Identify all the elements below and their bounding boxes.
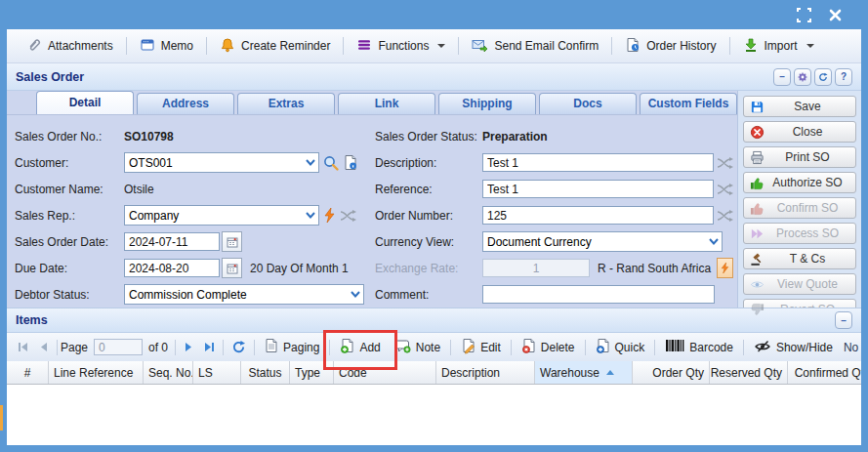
comment-input[interactable] bbox=[482, 285, 715, 304]
order-number-input[interactable] bbox=[482, 206, 714, 225]
chevron-down-icon[interactable] bbox=[347, 285, 363, 304]
chevron-down-icon bbox=[437, 44, 445, 48]
last-page-icon[interactable] bbox=[198, 342, 220, 352]
column-header-confirmed-qty[interactable]: Confirmed Qty bbox=[788, 361, 861, 384]
debtor-status-combo bbox=[124, 284, 364, 305]
barcode-button[interactable]: Barcode bbox=[658, 339, 740, 355]
tab-address[interactable]: Address bbox=[137, 93, 234, 114]
t-and-cs-button[interactable]: T & Cs bbox=[743, 248, 856, 269]
first-page-icon[interactable] bbox=[13, 342, 34, 352]
column-header-warehouse[interactable]: Warehouse bbox=[535, 361, 633, 384]
search-icon[interactable] bbox=[322, 154, 340, 172]
tab-bar: Detail Address Extras Link Shipping Docs… bbox=[7, 91, 737, 115]
import-button[interactable]: Import bbox=[733, 29, 824, 62]
chevron-down-icon[interactable] bbox=[302, 153, 318, 172]
customer-input[interactable] bbox=[125, 154, 302, 171]
lightning-icon[interactable] bbox=[322, 207, 337, 224]
authorize-so-button[interactable]: Authorize SO bbox=[743, 172, 856, 193]
toolbar-divider bbox=[450, 340, 451, 355]
edit-button[interactable]: Edit bbox=[454, 338, 508, 357]
edit-label: Edit bbox=[480, 341, 501, 354]
tab-extras[interactable]: Extras bbox=[237, 93, 335, 114]
close-icon[interactable] bbox=[826, 6, 844, 23]
column-header-seq-no[interactable]: Seq. No. bbox=[144, 361, 193, 384]
column-header-code[interactable]: Code bbox=[334, 361, 436, 384]
debtor-status-input[interactable] bbox=[125, 286, 347, 303]
note-button[interactable]: Note bbox=[388, 338, 447, 356]
panel-help-button[interactable]: ? bbox=[835, 68, 852, 86]
shuffle-icon[interactable] bbox=[717, 209, 733, 223]
memo-icon bbox=[140, 37, 155, 56]
currency-view-label: Currency View: bbox=[375, 235, 482, 249]
barcode-icon bbox=[665, 339, 684, 355]
paging-button[interactable]: Paging bbox=[258, 338, 326, 356]
memo-button[interactable]: Memo bbox=[130, 29, 203, 62]
order-history-button[interactable]: Order History bbox=[615, 29, 725, 62]
attachments-button[interactable]: Attachments bbox=[17, 29, 123, 62]
tab-custom-fields[interactable]: Custom Fields bbox=[640, 93, 737, 114]
items-table-body[interactable] bbox=[7, 385, 861, 445]
tab-link[interactable]: Link bbox=[338, 93, 435, 114]
items-minimize-button[interactable]: – bbox=[835, 311, 852, 329]
tab-shipping[interactable]: Shipping bbox=[438, 93, 536, 114]
page-input[interactable] bbox=[94, 339, 143, 355]
tab-detail[interactable]: Detail bbox=[36, 91, 134, 114]
shuffle-icon[interactable] bbox=[340, 209, 356, 223]
delete-button[interactable]: Delete bbox=[515, 338, 582, 357]
thumb-up-icon bbox=[749, 200, 765, 216]
maximize-icon[interactable] bbox=[795, 6, 812, 23]
customer-info-icon[interactable] bbox=[343, 154, 358, 171]
show-hide-button[interactable]: Show/Hide bbox=[747, 339, 840, 356]
save-icon bbox=[749, 99, 765, 114]
functions-button[interactable]: Functions bbox=[347, 29, 455, 62]
description-input[interactable] bbox=[482, 153, 714, 172]
sales-rep-input[interactable] bbox=[125, 207, 302, 224]
tab-docs[interactable]: Docs bbox=[539, 93, 637, 114]
close-button[interactable]: Close bbox=[743, 121, 856, 143]
save-button[interactable]: Save bbox=[743, 96, 856, 117]
printer-icon bbox=[749, 149, 765, 165]
calendar-icon[interactable] bbox=[222, 231, 242, 252]
process-so-label: Process SO bbox=[765, 226, 850, 240]
column-header-description[interactable]: Description bbox=[436, 361, 535, 384]
send-email-confirm-label: Send Email Confirm bbox=[494, 39, 599, 53]
column-header-status[interactable]: Status bbox=[241, 361, 290, 384]
sales-order-date-input[interactable] bbox=[124, 232, 220, 251]
sales-order-no-label: Sales Order No.: bbox=[15, 130, 124, 144]
column-header-type[interactable]: Type bbox=[290, 361, 334, 384]
order-history-icon bbox=[625, 37, 641, 56]
items-panel-header: Items – bbox=[7, 308, 861, 333]
shuffle-icon[interactable] bbox=[717, 183, 733, 196]
quick-label: Quick bbox=[615, 341, 645, 354]
reference-input[interactable] bbox=[482, 180, 714, 198]
window-titlebar bbox=[7, 0, 861, 29]
currency-view-input[interactable] bbox=[483, 233, 705, 250]
send-email-confirm-button[interactable]: Send Email Confirm bbox=[462, 29, 608, 62]
next-page-icon[interactable] bbox=[179, 342, 198, 352]
print-so-button[interactable]: Print SO bbox=[743, 146, 856, 168]
refresh-icon[interactable] bbox=[227, 340, 251, 354]
exchange-rate-label: Exchange Rate: bbox=[375, 262, 482, 275]
due-date-input[interactable] bbox=[124, 259, 220, 277]
order-number-label: Order Number: bbox=[375, 209, 482, 223]
column-header-number[interactable]: # bbox=[7, 361, 49, 384]
create-reminder-button[interactable]: Create Reminder bbox=[210, 29, 340, 62]
sales-order-status-value: Preparation bbox=[482, 130, 548, 144]
chevron-down-icon[interactable] bbox=[302, 206, 318, 225]
column-header-line-reference[interactable]: Line Reference bbox=[49, 361, 144, 384]
add-button[interactable]: Add bbox=[333, 338, 387, 357]
column-header-ls[interactable]: LS bbox=[193, 361, 241, 384]
prev-page-icon[interactable] bbox=[34, 342, 54, 352]
chevron-down-icon[interactable] bbox=[705, 232, 722, 251]
customer-name-value: Otsile bbox=[124, 183, 154, 196]
panel-refresh-button[interactable] bbox=[814, 68, 832, 86]
panel-settings-button[interactable] bbox=[794, 68, 811, 86]
background-peek bbox=[0, 405, 3, 431]
quick-button[interactable]: Quick bbox=[589, 338, 652, 357]
column-header-reserved-qty[interactable]: Reserved Qty bbox=[710, 361, 788, 384]
lightning-icon[interactable] bbox=[717, 258, 733, 278]
panel-minimize-button[interactable]: – bbox=[773, 68, 791, 86]
shuffle-icon[interactable] bbox=[717, 156, 733, 170]
calendar-icon[interactable] bbox=[222, 258, 242, 278]
column-header-order-qty[interactable]: Order Qty bbox=[633, 361, 710, 384]
